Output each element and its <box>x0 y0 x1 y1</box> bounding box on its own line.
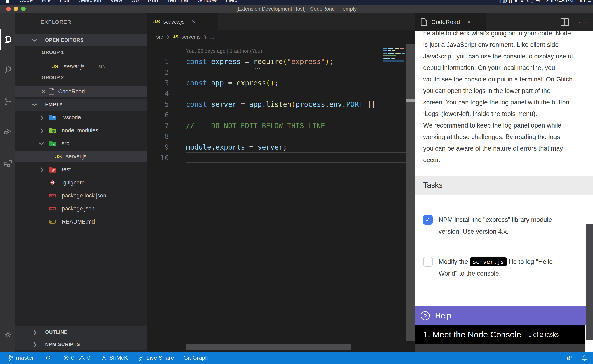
task-description: NPM install the "express" library module… <box>439 214 583 237</box>
tree-item-node_modules[interactable]: ❯node_modules <box>15 124 147 136</box>
lesson-title: 1. Meet the Node Console <box>423 330 521 339</box>
activity-run-debug[interactable] <box>0 121 15 142</box>
status-master[interactable]: master <box>8 355 34 361</box>
status-shmck[interactable]: ShMcK <box>101 355 128 361</box>
status-0[interactable]: 0 <box>63 355 74 361</box>
folder-section-header[interactable]: ❯ EMPTY <box>15 99 147 111</box>
question-mark-icon: ? <box>421 311 430 320</box>
minimap-line <box>388 53 394 54</box>
tree-item-package-json[interactable]: npmpackage.json <box>15 203 147 215</box>
close-tab-icon[interactable]: × <box>467 18 471 26</box>
task-checkbox-checked[interactable]: ✓ <box>423 215 433 225</box>
close-editor-icon[interactable]: × <box>42 88 45 95</box>
code-line-6[interactable]: 6 <box>147 110 415 120</box>
code-line-5[interactable]: 5const server = app.listen(process.env.P… <box>147 99 415 110</box>
menu-item-go[interactable]: Go <box>131 0 139 5</box>
cloud-icon <box>46 355 52 361</box>
activity-extensions[interactable] <box>0 153 15 173</box>
code-line-2[interactable]: 2 <box>147 67 415 78</box>
menu-item-terminal[interactable]: Terminal <box>167 0 188 5</box>
task-text-part: NPM install the "express" library module <box>439 216 552 223</box>
menu-item-selection[interactable]: Selection <box>79 0 101 5</box>
menu-item-help[interactable]: Help <box>226 0 237 5</box>
code-line-3[interactable]: 3const app = express(); <box>147 78 415 88</box>
editor-sash-handle[interactable] <box>406 99 415 102</box>
panel-scrollbar-corner <box>585 340 593 352</box>
lesson-line: We recommend to keep the log panel open … <box>423 120 588 131</box>
status-git-graph[interactable]: Git Graph <box>183 355 208 361</box>
status-0[interactable]: 0 <box>79 355 90 361</box>
tree-item-src[interactable]: ❯</>src <box>15 137 147 150</box>
menu-item-view[interactable]: View <box>110 0 122 5</box>
horizontal-scrollbar-thumb[interactable] <box>186 344 351 350</box>
code-line-7[interactable]: 7// -- DO NOT EDIT BELOW THIS LINE <box>147 120 415 131</box>
menu-item-window[interactable]: Window <box>197 0 217 5</box>
tree-item-server-js[interactable]: JSserver.js <box>15 150 147 162</box>
minimap-line <box>391 58 395 58</box>
code-line-9[interactable]: 9module.exports = server; <box>147 142 415 152</box>
panel-scrollbar-thumb[interactable] <box>586 224 593 340</box>
editor-more-actions-button[interactable]: ··· <box>396 13 405 30</box>
tree-item-readme-md[interactable]: M↓README.md <box>15 216 147 228</box>
explorer-sidebar: EXPLORER ❯ OPEN EDITORS GROUP 1JSserver.… <box>15 13 147 352</box>
lesson-line: occur. <box>423 154 588 166</box>
lesson-line: is just a JavaScript environment. Like c… <box>423 39 588 51</box>
apple-menu-icon[interactable] <box>5 0 10 5</box>
line-number: 3 <box>147 78 169 88</box>
menu-item-file[interactable]: File <box>42 0 51 5</box>
code-line-4[interactable]: 4 <box>147 88 415 99</box>
npm-icon: npm <box>49 192 56 199</box>
tree-item--vscode[interactable]: ❯.vscode <box>15 111 147 124</box>
code-line-1[interactable]: 1const express = require("express"); <box>147 56 415 67</box>
tree-item-label: .vscode <box>62 114 81 121</box>
status-bar: master00ShMcKLive ShareGit Graph <box>0 352 593 364</box>
tree-item-label: README.md <box>62 219 95 225</box>
task-line: NPM install the "express" library module <box>439 214 583 226</box>
sidebar-section-npm-scripts[interactable]: ❯NPM SCRIPTS <box>15 338 147 351</box>
help-section-header[interactable]: ? Help <box>415 306 593 325</box>
breadcrumb-src[interactable]: src <box>156 34 163 40</box>
lesson-text: be able to check what's going on in your… <box>423 27 588 166</box>
activity-search[interactable] <box>0 59 15 80</box>
tree-item-test[interactable]: ❯test <box>15 164 147 176</box>
code-line-8[interactable]: 8 <box>147 131 415 142</box>
status-bell-button[interactable] <box>581 355 588 361</box>
close-tab-icon[interactable]: × <box>192 18 196 26</box>
status-label: ShMcK <box>109 355 128 361</box>
menu-item-edit[interactable]: Edit <box>60 0 69 5</box>
title-bar: [Extension Development Host] - CodeRoad … <box>0 5 593 13</box>
menu-item-code[interactable]: Code <box>19 0 33 5</box>
node-modules-folder-icon <box>49 127 56 134</box>
tree-item-package-lock-json[interactable]: npmpackage-lock.json <box>15 190 147 202</box>
svg-text:npm: npm <box>50 208 54 210</box>
chevron-down-icon: ❯ <box>32 103 38 107</box>
section-label: OUTLINE <box>45 329 67 335</box>
activity-source-control[interactable] <box>0 91 15 111</box>
open-editors-header[interactable]: ❯ OPEN EDITORS <box>15 34 147 46</box>
task-line: World" to the console. <box>439 267 583 279</box>
activity-explorer[interactable] <box>0 29 15 50</box>
sidebar-title: EXPLORER <box>40 19 72 25</box>
lesson-line: ‘Logs’ (lower-left, inside the tools men… <box>423 108 588 120</box>
tab-coderoad[interactable]: CodeRoad × <box>415 13 486 31</box>
task-checkbox-unchecked[interactable] <box>423 257 433 266</box>
activity-settings[interactable] <box>0 324 15 345</box>
open-editor-item-server-js[interactable]: JSserver.jssrc <box>15 60 147 72</box>
tab-server-js[interactable]: JS server.js × <box>147 13 218 30</box>
minimap-line <box>383 53 387 54</box>
sidebar-section-outline[interactable]: ❯OUTLINE <box>15 326 147 338</box>
status-feedback-button[interactable] <box>566 355 573 361</box>
breadcrumb-file[interactable]: server.js <box>181 34 200 40</box>
status-live-share[interactable]: Live Share <box>138 355 174 361</box>
status-cloud[interactable] <box>46 355 52 361</box>
editor-scrollbar[interactable] <box>406 44 415 341</box>
tree-item--gitignore[interactable]: .gitignore <box>15 177 147 188</box>
open-editor-item-coderoad[interactable]: ×CodeRoad <box>15 85 147 98</box>
menu-item-run[interactable]: Run <box>148 0 158 5</box>
tree-item-label: package.json <box>62 205 94 212</box>
minimap[interactable] <box>383 44 406 89</box>
split-editor-icon[interactable] <box>561 18 569 26</box>
panel-more-actions-button[interactable]: ··· <box>578 18 587 26</box>
code-text: const app = express(); <box>186 78 279 88</box>
breadcrumb-symbol[interactable]: ... <box>210 34 214 40</box>
